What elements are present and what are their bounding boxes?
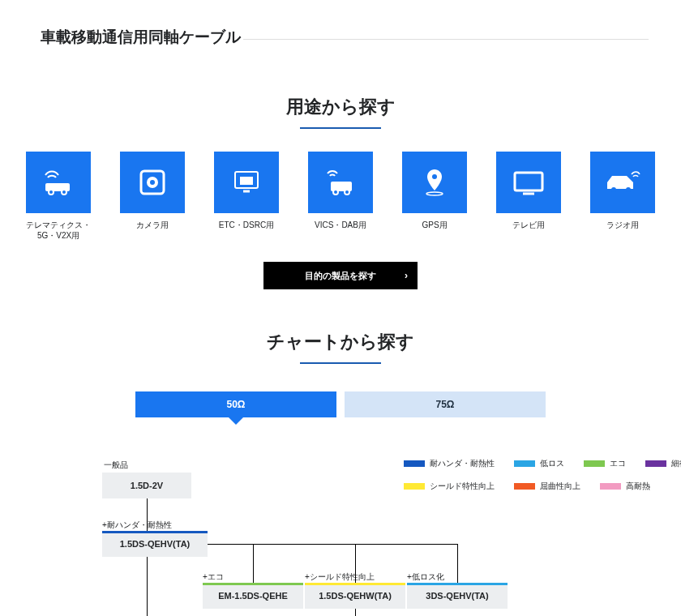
tile-label: テレビ用 [512, 220, 545, 230]
svg-point-5 [150, 180, 155, 185]
car-signal-icon [26, 152, 91, 213]
tab-50ohm[interactable]: 50Ω [135, 391, 336, 417]
legend-swatch [404, 460, 425, 467]
legend-item-2: エコ [584, 458, 626, 469]
svg-point-11 [432, 174, 437, 179]
node-label: 1.5D-2V [131, 481, 163, 490]
node-tagbar [407, 583, 508, 585]
node-tagbar [102, 531, 208, 533]
legend-label: 細径化 [671, 458, 681, 469]
node-label: 1.5DS-QEHW(TA) [319, 591, 392, 601]
node-1-5ds-qehw[interactable]: +シールド特性向上 1.5DS-QEHW(TA) [305, 583, 405, 609]
usage-section: 用途から探す テレマティクス・5G・V2X用カメラ用ETC・DSRC用VICS・… [0, 95, 681, 289]
legend-item-5: 屈曲性向上 [514, 481, 580, 492]
tv-icon [496, 152, 561, 213]
legend-label: エコ [610, 458, 626, 469]
tile-label: VICS・DAB用 [315, 220, 366, 230]
svg-point-9 [333, 190, 338, 195]
node-tagbar [305, 583, 405, 585]
legend-label: 高耐熱 [626, 481, 650, 492]
connector [147, 498, 148, 531]
connector [355, 609, 356, 616]
camera-icon [120, 152, 185, 213]
legend-label: シールド特性向上 [430, 481, 495, 492]
search-button-label: 目的の製品を探す [305, 270, 376, 282]
connector [253, 544, 254, 583]
chart-section: チャートから探す 50Ω 75Ω 耐ハンダ・耐熱性低ロスエコ細径化シールド特性向… [0, 330, 681, 616]
svg-point-12 [426, 192, 443, 195]
legend-swatch [514, 460, 535, 467]
node-1-5d-2v[interactable]: 1.5D-2V [102, 473, 191, 498]
tile-label: GPS用 [422, 220, 447, 230]
tile-1[interactable]: カメラ用 [117, 152, 188, 241]
search-products-button[interactable]: 目的の製品を探す › [263, 262, 418, 289]
node-label: 3DS-QEHV(TA) [426, 591, 488, 601]
svg-point-15 [626, 187, 631, 192]
legend-swatch [514, 483, 535, 490]
legend-swatch [645, 460, 666, 467]
svg-point-10 [345, 190, 349, 195]
gps-pin-icon [402, 152, 467, 213]
page-title: 車載移動通信用同軸ケーブル [0, 0, 681, 54]
node-tag: +エコ [203, 571, 224, 583]
legend-item-1: 低ロス [514, 458, 564, 469]
car-broadcast-icon [308, 152, 373, 213]
group-label-general: 一般品 [104, 460, 128, 471]
connector [355, 544, 356, 583]
chart-area: 耐ハンダ・耐熱性低ロスエコ細径化シールド特性向上屈曲性向上高耐熱 一般品 1.5… [96, 458, 681, 616]
legend-swatch [600, 483, 621, 490]
legend-item-4: シールド特性向上 [404, 481, 495, 492]
node-label: 1.5DS-QEHV(TA) [120, 539, 191, 549]
chart-heading: チャートから探す [0, 330, 681, 354]
legend-label: 低ロス [540, 458, 564, 469]
connector [208, 544, 457, 545]
node-em-1-5ds-qehe[interactable]: +エコ EM-1.5DS-QEHE [203, 583, 303, 609]
legend-swatch [584, 460, 605, 467]
legend-label: 屈曲性向上 [540, 481, 580, 492]
heading-underline [300, 362, 381, 364]
legend: 耐ハンダ・耐熱性低ロスエコ細径化シールド特性向上屈曲性向上高耐熱 [404, 458, 681, 492]
tile-label: ラジオ用 [606, 220, 639, 230]
svg-point-2 [62, 190, 66, 195]
svg-point-14 [611, 187, 616, 192]
svg-rect-13 [515, 173, 542, 190]
legend-item-3: 細径化 [645, 458, 681, 469]
tile-0[interactable]: テレマティクス・5G・V2X用 [23, 152, 94, 241]
node-tag: +耐ハンダ・耐熱性 [102, 520, 172, 531]
node-label: EM-1.5DS-QEHE [218, 591, 288, 601]
tile-label: テレマティクス・5G・V2X用 [26, 220, 91, 241]
svg-rect-7 [240, 177, 253, 185]
node-1-5ds-qehv[interactable]: +耐ハンダ・耐熱性 1.5DS-QEHV(TA) [102, 531, 208, 557]
legend-item-0: 耐ハンダ・耐熱性 [404, 458, 495, 469]
tile-label: ETC・DSRC用 [219, 220, 274, 230]
tile-4[interactable]: GPS用 [399, 152, 470, 241]
tile-6[interactable]: ラジオ用 [587, 152, 658, 241]
chevron-right-icon: › [405, 270, 408, 281]
connector [457, 544, 458, 583]
node-tagbar [203, 583, 303, 585]
tile-row: テレマティクス・5G・V2X用カメラ用ETC・DSRC用VICS・DAB用GPS… [0, 152, 681, 241]
impedance-tabs: 50Ω 75Ω [0, 391, 681, 417]
tile-2[interactable]: ETC・DSRC用 [211, 152, 282, 241]
usage-heading: 用途から探す [0, 95, 681, 119]
node-tag: +シールド特性向上 [305, 571, 375, 583]
etc-gate-icon [214, 152, 279, 213]
connector [147, 557, 148, 616]
legend-label: 耐ハンダ・耐熱性 [430, 458, 495, 469]
tile-label: カメラ用 [136, 220, 169, 230]
legend-item-6: 高耐熱 [600, 481, 650, 492]
tile-3[interactable]: VICS・DAB用 [305, 152, 376, 241]
car-radio-icon [590, 152, 655, 213]
svg-point-1 [49, 190, 54, 195]
legend-swatch [404, 483, 425, 490]
heading-underline [300, 127, 381, 129]
node-tag: +低ロス化 [407, 571, 444, 583]
tab-75ohm[interactable]: 75Ω [345, 391, 546, 417]
node-3ds-qehv[interactable]: +低ロス化 3DS-QEHV(TA) [407, 583, 508, 609]
tile-5[interactable]: テレビ用 [493, 152, 564, 241]
